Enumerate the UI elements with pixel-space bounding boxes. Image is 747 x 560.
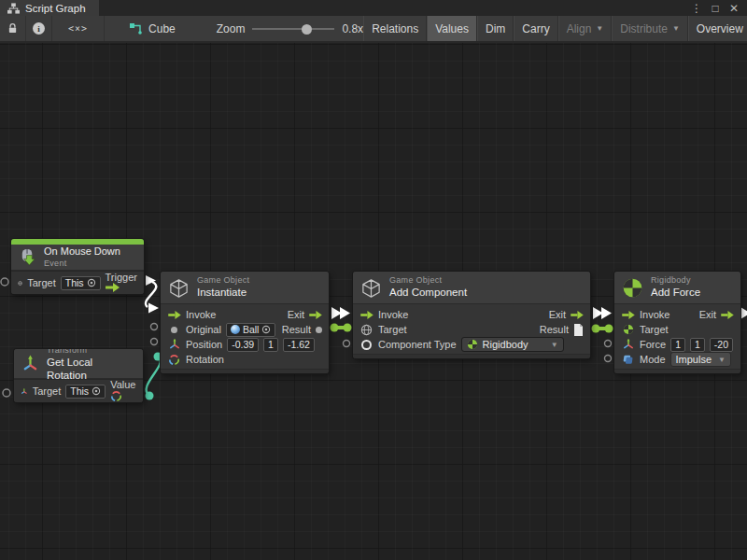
rigidbody-icon — [622, 277, 643, 299]
maximize-icon[interactable]: □ — [708, 2, 723, 15]
overview-button[interactable]: Overview — [688, 16, 747, 41]
invoke-row: Invoke Exit — [161, 307, 329, 322]
info-icon: i — [33, 22, 45, 35]
original-label: Original — [186, 324, 221, 335]
mode-label: Mode — [640, 354, 666, 365]
value-port-icon[interactable] — [171, 327, 177, 333]
component-result-icon[interactable] — [573, 324, 584, 336]
ball-object-icon — [231, 325, 240, 334]
flow-out-icon[interactable] — [309, 311, 322, 319]
flow-arrowhead — [601, 307, 612, 319]
graph-canvas[interactable]: On Mouse Down Event Target This Trigger — [0, 43, 747, 560]
force-y-field[interactable]: 1 — [690, 338, 705, 352]
node-on-mouse-down[interactable]: On Mouse Down Event Target This Trigger — [11, 239, 144, 294]
flow-arrowhead — [146, 275, 156, 286]
port-circle[interactable] — [151, 339, 158, 345]
original-field[interactable]: Ball — [226, 323, 276, 337]
target-value: This — [65, 277, 84, 288]
port-circle[interactable] — [3, 389, 10, 397]
flow-out-icon[interactable] — [571, 311, 584, 319]
rotation-wire-end[interactable] — [146, 392, 154, 400]
position-icon — [169, 339, 180, 350]
port-circle[interactable] — [151, 324, 158, 330]
graph-name: Cube — [148, 22, 176, 35]
node-category: Game Object — [389, 275, 467, 286]
position-x-field[interactable]: -0.39 — [227, 338, 259, 352]
component-type-label: Component Type — [378, 339, 457, 350]
node-footer — [614, 369, 740, 373]
flow-in-icon[interactable] — [168, 311, 181, 319]
force-x-field[interactable]: 1 — [670, 338, 685, 352]
flow-out-icon[interactable] — [106, 283, 120, 292]
flow-arrowhead — [331, 307, 342, 319]
tab-script-graph[interactable]: Script Graph — [0, 0, 99, 16]
port-circle[interactable] — [605, 356, 612, 362]
flow-wire[interactable] — [146, 282, 156, 307]
port-circle[interactable] — [344, 341, 350, 347]
component-type-value: Rigidbody — [483, 339, 529, 350]
position-label: Position — [186, 339, 222, 350]
lock-button[interactable] — [0, 16, 26, 41]
relations-button[interactable]: Relations — [363, 16, 427, 41]
object-wire-end — [605, 325, 613, 333]
script-graph-icon — [7, 3, 20, 14]
transform-icon — [21, 385, 28, 397]
rotation-icon[interactable] — [168, 354, 180, 366]
node-add-component[interactable]: Game Object Add Component Invoke Exit T — [353, 272, 590, 358]
game-object-icon — [18, 277, 22, 289]
node-category: Game Object — [197, 275, 249, 286]
values-label: Values — [435, 22, 469, 35]
rotation-row: Rotation — [161, 352, 329, 367]
port-circle[interactable] — [605, 341, 612, 347]
zoom-slider[interactable] — [252, 23, 334, 35]
rotation-icon[interactable] — [110, 390, 122, 402]
graph-reference[interactable]: Cube — [129, 22, 176, 35]
target-value: This — [70, 385, 89, 397]
chevron-down-icon: ▼ — [551, 341, 558, 349]
type-port-icon[interactable] — [361, 340, 372, 350]
flow-in-icon[interactable] — [360, 311, 374, 319]
position-y-field[interactable]: 1 — [263, 338, 278, 352]
values-button[interactable]: Values — [427, 16, 477, 41]
force-z: -20 — [714, 339, 728, 350]
relations-label: Relations — [372, 22, 418, 35]
invoke-label: Invoke — [640, 309, 669, 320]
flow-out-icon[interactable] — [721, 311, 734, 319]
position-z-field[interactable]: -1.62 — [283, 338, 315, 352]
target-port-label: Target — [27, 277, 56, 288]
carry-button[interactable]: Carry — [514, 16, 557, 41]
node-subtitle: Event — [44, 259, 120, 269]
window-menu-icon[interactable]: ⋮ — [689, 2, 704, 15]
component-type-dropdown[interactable]: Rigidbody ▼ — [461, 337, 564, 352]
result-port-icon[interactable] — [316, 327, 322, 333]
distribute-dropdown[interactable]: Distribute▼ — [612, 16, 688, 41]
rotation-wire[interactable] — [147, 357, 161, 396]
target-field[interactable]: This — [65, 385, 106, 399]
mode-dropdown[interactable]: Impulse ▼ — [670, 352, 731, 367]
target-label: Target — [640, 324, 669, 335]
target-field[interactable]: This — [61, 276, 101, 290]
force-z-field[interactable]: -20 — [710, 338, 733, 352]
node-instantiate[interactable]: Game Object Instantiate Invoke Exit Orig… — [161, 272, 329, 373]
trigger-port-label: Trigger — [106, 272, 137, 283]
rigidbody-icon — [467, 339, 478, 350]
node-add-force[interactable]: Rigidbody Add Force Invoke Exit Target — [614, 272, 740, 373]
object-picker-icon[interactable] — [87, 278, 96, 287]
node-title: On Mouse Down — [44, 245, 120, 259]
object-picker-icon[interactable] — [261, 325, 271, 334]
dim-button[interactable]: Dim — [477, 16, 514, 41]
transform-icon — [21, 355, 39, 372]
object-picker-icon[interactable] — [92, 386, 101, 396]
code-view-button[interactable]: <×> — [52, 16, 105, 41]
position-y: 1 — [268, 339, 274, 350]
node-get-local-rotation[interactable]: Transform Get Local Rotation Target This… — [14, 349, 143, 402]
flow-arrowhead — [148, 303, 159, 314]
info-button[interactable]: i — [26, 16, 52, 41]
flow-in-icon[interactable] — [622, 311, 635, 319]
tab-title: Script Graph — [25, 3, 86, 14]
zoom-slider-handle[interactable] — [302, 24, 312, 35]
close-icon[interactable]: ✕ — [726, 2, 741, 15]
port-circle[interactable] — [1, 278, 8, 286]
graph-icon — [129, 22, 143, 35]
align-dropdown[interactable]: Align▼ — [558, 16, 613, 41]
